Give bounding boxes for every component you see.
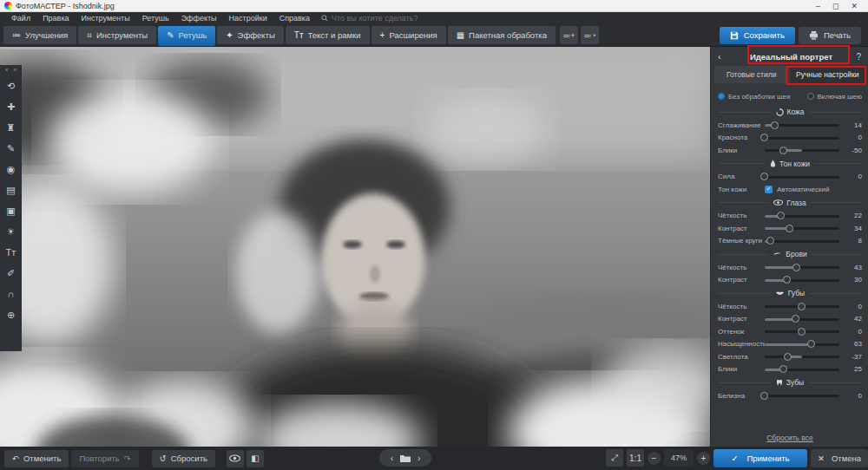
graduated-filter-tool-icon[interactable]: ▤: [2, 180, 20, 200]
one-to-one-button[interactable]: 1:1: [627, 449, 644, 467]
slider-Блики[interactable]: [765, 363, 839, 375]
crop-rotate-tool-icon[interactable]: ⟲: [2, 75, 20, 96]
next-photo-icon[interactable]: ›: [418, 454, 420, 463]
slider-handle[interactable]: [798, 303, 806, 310]
liquify-tool-icon[interactable]: ∩: [2, 284, 20, 304]
minimize-button[interactable]: –: [816, 0, 820, 12]
slider-handle[interactable]: [786, 225, 793, 232]
slider-handle[interactable]: [760, 173, 768, 180]
healing-patch-tool-icon[interactable]: ✚: [2, 96, 20, 117]
slider-Чёткость[interactable]: [765, 210, 839, 222]
photo-canvas[interactable]: [0, 47, 710, 447]
redo-button[interactable]: Повторить ↷: [71, 450, 138, 467]
zoom-in-button[interactable]: +: [697, 452, 710, 465]
save-button[interactable]: Сохранить: [720, 27, 795, 44]
text-tool-icon[interactable]: Tт: [2, 242, 20, 263]
slider-Контраст[interactable]: [765, 313, 839, 325]
adjustment-brush-tool-icon[interactable]: ✎: [2, 138, 20, 159]
menu-item-Ретушь[interactable]: Ретушь: [136, 12, 175, 24]
slider-handle[interactable]: [783, 276, 791, 284]
menu-item-Справка[interactable]: Справка: [273, 12, 316, 24]
radial-filter-tool-icon[interactable]: ◉: [2, 159, 20, 180]
slider-Контраст[interactable]: [765, 222, 839, 234]
slider-handle[interactable]: [784, 353, 792, 361]
tab-Инструменты[interactable]: ⌗Инструменты: [78, 26, 156, 44]
text-frames-icon: Tт: [294, 30, 304, 40]
quick-search[interactable]: Что вы хотите сделать?: [321, 14, 418, 23]
slider-handle[interactable]: [792, 264, 800, 271]
slider-handle[interactable]: [777, 212, 785, 219]
vignette-tool-icon[interactable]: ▣: [2, 200, 20, 221]
print-button[interactable]: Печать: [799, 27, 861, 44]
help-icon[interactable]: ?: [852, 52, 861, 62]
slider-Чёткость[interactable]: [765, 300, 839, 312]
slider-value: 22: [839, 212, 862, 219]
slider-handle[interactable]: [798, 328, 806, 336]
radio-Включая шею[interactable]: Включая шею: [807, 93, 862, 101]
maximize-button[interactable]: ◻: [832, 0, 838, 12]
folder-icon[interactable]: [400, 454, 411, 462]
back-chevron-icon[interactable]: ‹: [718, 51, 730, 62]
radio-Без обработки шеи[interactable]: Без обработки шеи: [718, 93, 790, 101]
slider-handle[interactable]: [760, 134, 768, 141]
slider-handle[interactable]: [760, 392, 768, 400]
prev-photo-icon[interactable]: ‹: [391, 454, 393, 463]
menu-item-Файл[interactable]: Файл: [5, 12, 36, 24]
slider-handle[interactable]: [792, 315, 799, 323]
checkbox-checked-icon[interactable]: ✓: [765, 186, 773, 193]
slider-row-Блики: Блики25: [718, 363, 862, 376]
add-preset-button[interactable]: ≕+: [560, 26, 578, 44]
slider-Чёткость[interactable]: [765, 261, 839, 273]
history-presets-button[interactable]: ≕◔: [581, 26, 599, 44]
panel-tab-Готовые стили[interactable]: Готовые стили: [714, 66, 789, 83]
reset-all-link[interactable]: Сбросить все: [711, 434, 868, 442]
tab-Эффекты[interactable]: ✦Эффекты: [217, 26, 284, 44]
apply-button[interactable]: ✓ Применить: [713, 449, 807, 467]
slider-Насыщенность[interactable]: [765, 338, 839, 350]
tab-Пакетная обработка[interactable]: ▦Пакетная обработка: [448, 26, 556, 44]
slider-value: 0: [839, 173, 862, 180]
right-panel: ‹ Идеальный портрет ? Готовые стилиРучны…: [710, 47, 868, 447]
panel-tab-Ручные настройки[interactable]: Ручные настройки: [791, 66, 865, 83]
menu-item-Инструменты[interactable]: Инструменты: [76, 12, 136, 24]
slider-Тёмные круги[interactable]: [765, 235, 839, 247]
slider-handle[interactable]: [771, 121, 779, 129]
tab-Ретушь[interactable]: ✎Ретушь: [158, 26, 215, 44]
brightness-tool-icon[interactable]: ☀: [2, 221, 20, 242]
slider-label: Блики: [718, 365, 765, 373]
slider-Светлота[interactable]: [765, 350, 839, 362]
tab-Расширения[interactable]: +Расширения: [372, 26, 446, 44]
cancel-button[interactable]: ✕ Отмена: [811, 449, 868, 467]
compare-split-button[interactable]: ◧: [247, 450, 264, 467]
slider-handle[interactable]: [779, 365, 787, 373]
tab-Улучшения[interactable]: ≔Улучшения: [3, 26, 76, 44]
close-button[interactable]: ✕: [851, 0, 858, 12]
slider-label: Чёткость: [718, 212, 765, 219]
menu-item-Настройки[interactable]: Настройки: [223, 12, 273, 24]
slider-Краснота[interactable]: [765, 132, 839, 144]
slider-Сглаживание[interactable]: [765, 119, 839, 131]
show-original-button[interactable]: [227, 450, 244, 467]
slider-Оттенок[interactable]: [765, 325, 839, 337]
slider-handle[interactable]: [807, 340, 815, 348]
fit-to-screen-button[interactable]: ⤢: [606, 449, 623, 467]
tab-Текст и рамки[interactable]: TтТекст и рамки: [286, 26, 370, 44]
undo-button[interactable]: ↶ Отменить: [4, 450, 69, 467]
menu-item-Эффекты[interactable]: Эффекты: [175, 12, 223, 24]
slider-Блики[interactable]: [765, 144, 839, 156]
reset-button[interactable]: ↺ Сбросить: [152, 450, 215, 467]
toolstrip-collapse-icon[interactable]: «: [14, 67, 17, 73]
slider-handle[interactable]: [779, 147, 787, 154]
face-sculpt-tool-icon[interactable]: ⊕: [2, 304, 20, 325]
zoom-out-button[interactable]: −: [648, 452, 661, 465]
slider-value: 0: [839, 134, 862, 141]
slider-Сила[interactable]: [765, 171, 839, 183]
toolstrip-close-icon[interactable]: ×: [5, 67, 9, 73]
menu-item-Правка[interactable]: Правка: [36, 12, 75, 24]
slider-Контраст[interactable]: [765, 274, 839, 286]
slider-label: Чёткость: [718, 264, 765, 271]
marker-tool-icon[interactable]: ✐: [2, 263, 20, 284]
slider-handle[interactable]: [766, 237, 774, 245]
slider-Белизна[interactable]: [765, 389, 839, 401]
clone-stamp-tool-icon[interactable]: ♜: [2, 117, 20, 138]
